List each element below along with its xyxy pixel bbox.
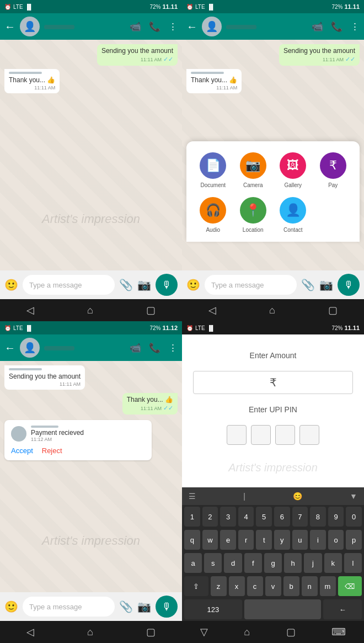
key-9[interactable]: 9 [328,507,344,527]
key-6[interactable]: 6 [274,507,290,527]
attach-location[interactable]: 📍 Location [235,197,271,233]
key-o[interactable]: o [328,530,344,550]
attach-btn-3[interactable]: 📎 [119,600,133,613]
pin-box-1[interactable] [227,425,247,445]
nav-home-4[interactable]: ⌂ [244,626,250,638]
call-icon-3[interactable]: 📞 [149,342,160,354]
key-s[interactable]: s [204,553,222,573]
call-icon-2[interactable]: 📞 [331,21,342,33]
key-a[interactable]: a [184,553,202,573]
video-icon-1[interactable]: 📹 [130,21,141,33]
key-5[interactable]: 5 [256,507,272,527]
nav-back-3[interactable]: ◁ [26,626,34,638]
key-d[interactable]: d [224,553,242,573]
nav-back-2[interactable]: ◁ [208,304,216,316]
emoji-btn-2[interactable]: 🙂 [186,278,200,291]
key-c[interactable]: c [247,576,263,596]
key-3[interactable]: 3 [220,507,236,527]
nav-recents-3[interactable]: ▢ [146,626,156,638]
key-4[interactable]: 4 [238,507,254,527]
key-u[interactable]: u [292,530,308,550]
nav-recents-1[interactable]: ▢ [146,304,156,316]
pin-box-4[interactable] [299,425,319,445]
attach-audio[interactable]: 🎧 Audio [195,197,231,233]
key-z[interactable]: z [211,576,227,596]
camera-btn-2[interactable]: 📷 [319,278,333,291]
pin-box-3[interactable] [275,425,295,445]
nav-recents-2[interactable]: ▢ [328,304,338,316]
nav-keyboard-4[interactable]: ⌨ [331,626,346,638]
nav-back-4[interactable]: ▽ [200,626,208,638]
key-y[interactable]: y [274,530,290,550]
keyboard-cursor-icon: | [243,492,245,501]
camera-btn-3[interactable]: 📷 [137,600,151,613]
menu-icon-2[interactable]: ⋮ [350,21,360,33]
key-0[interactable]: 0 [346,507,362,527]
emoji-btn-3[interactable]: 🙂 [4,600,18,613]
enter-key[interactable]: ← [323,599,362,619]
key-1[interactable]: 1 [184,507,200,527]
mic-btn-3[interactable]: 🎙 [156,596,178,618]
back-button-3[interactable]: ← [4,342,15,354]
key-h[interactable]: h [284,553,302,573]
key-e[interactable]: e [220,530,236,550]
key-7[interactable]: 7 [292,507,308,527]
key-g[interactable]: g [264,553,282,573]
space-key[interactable] [244,599,322,619]
key-b[interactable]: b [283,576,299,596]
keyboard-emoji-icon[interactable]: 😊 [293,492,302,501]
key-w[interactable]: w [202,530,218,550]
key-n[interactable]: n [302,576,318,596]
mic-btn-2[interactable]: 🎙 [338,274,360,296]
call-icon-1[interactable]: 📞 [149,21,160,33]
camera-btn-1[interactable]: 📷 [137,278,151,291]
keyboard-menu-icon[interactable]: ☰ [189,492,196,501]
attach-btn-1[interactable]: 📎 [119,278,133,291]
key-q[interactable]: q [184,530,200,550]
shift-key[interactable]: ⇧ [184,576,208,596]
key-m[interactable]: m [320,576,336,596]
attach-camera[interactable]: 📷 Camera [235,152,271,188]
nav-recents-4[interactable]: ▢ [286,626,296,638]
key-v[interactable]: v [265,576,281,596]
attach-document[interactable]: 📄 Document [195,152,231,188]
key-i[interactable]: i [310,530,326,550]
message-input-3[interactable]: Type a message [23,597,115,617]
key-r[interactable]: r [238,530,254,550]
message-input-2[interactable]: Type a message [205,275,297,295]
accept-button[interactable]: Accept [11,447,33,455]
attach-contact[interactable]: 👤 Contact [275,197,311,233]
keyboard-collapse-icon[interactable]: ▼ [350,492,357,501]
backspace-key[interactable]: ⌫ [338,576,362,596]
key-f[interactable]: f [244,553,262,573]
key-8[interactable]: 8 [310,507,326,527]
key-k[interactable]: k [324,553,342,573]
num-key[interactable]: 123 [184,599,242,619]
reject-button[interactable]: Reject [42,447,62,455]
nav-home-1[interactable]: ⌂ [87,305,93,316]
video-icon-3[interactable]: 📹 [130,342,141,354]
nav-home-2[interactable]: ⌂ [269,305,275,316]
message-input-1[interactable]: Type a message [23,275,115,295]
key-t[interactable]: t [256,530,272,550]
key-x[interactable]: x [229,576,245,596]
key-l[interactable]: l [344,553,362,573]
pin-box-2[interactable] [251,425,271,445]
menu-icon-1[interactable]: ⋮ [168,21,178,33]
nav-home-3[interactable]: ⌂ [87,626,93,638]
attach-pay[interactable]: ₹ Pay [315,152,351,188]
attach-btn-2[interactable]: 📎 [301,278,315,291]
header-icons-2: 📹 📞 ⋮ [312,21,360,33]
nav-back-1[interactable]: ◁ [26,304,34,316]
mic-btn-1[interactable]: 🎙 [156,274,178,296]
emoji-btn-1[interactable]: 🙂 [4,278,18,291]
video-icon-2[interactable]: 📹 [312,21,323,33]
back-button-1[interactable]: ← [4,20,15,33]
amount-input[interactable]: ₹ [193,371,353,394]
key-j[interactable]: j [304,553,322,573]
key-p[interactable]: p [346,530,362,550]
attach-gallery[interactable]: 🖼 Gallery [275,152,311,188]
back-button-2[interactable]: ← [186,20,197,33]
menu-icon-3[interactable]: ⋮ [168,342,178,354]
key-2[interactable]: 2 [202,507,218,527]
